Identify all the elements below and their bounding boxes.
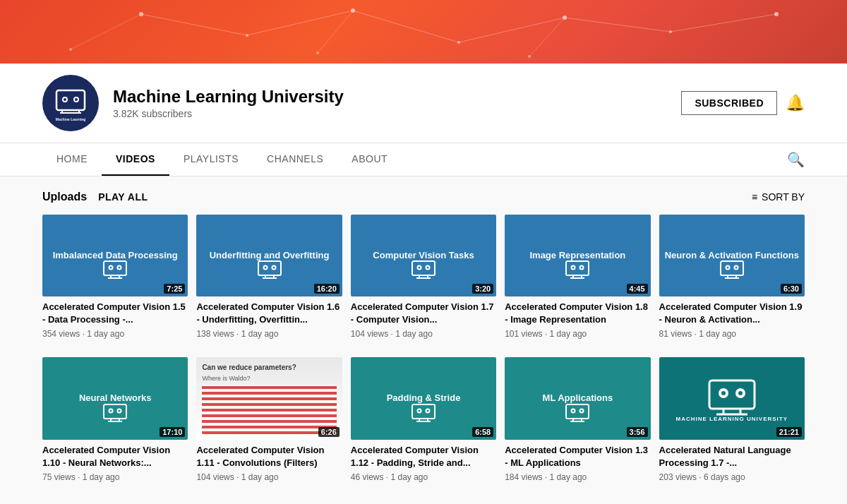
thumb-title-6: Neural Networks	[73, 387, 157, 410]
video-meta-8: Accelerated Computer Vision 1.12 - Paddi…	[351, 440, 496, 484]
thumb-title-4: Image Representation	[524, 244, 631, 268]
duration-10: 21:21	[776, 427, 802, 437]
duration-6: 17:10	[160, 427, 185, 437]
thumbnail-6: Neural Networks 17:10	[42, 357, 188, 439]
sort-by-label: SORT BY	[762, 191, 805, 203]
svg-line-18	[529, 18, 565, 56]
channel-banner	[0, 0, 847, 64]
video-stats-9: 184 views · 1 day ago	[505, 472, 650, 482]
svg-rect-19	[56, 90, 85, 110]
video-meta-6: Accelerated Computer Vision 1.10 - Neura…	[42, 440, 188, 484]
video-title-4: Accelerated Computer Vision 1.8 - Image …	[505, 301, 650, 326]
channel-actions: SUBSCRIBED 🔔	[681, 91, 805, 115]
thumb-title-5: Neuron & Activation Functions	[659, 244, 805, 268]
svg-line-16	[71, 14, 141, 49]
video-grid-row2: Neural Networks 17:10 Accelerated Comput…	[42, 357, 805, 483]
video-meta-2: Accelerated Computer Vision 1.6 - Underf…	[196, 296, 342, 340]
video-meta-4: Accelerated Computer Vision 1.8 - Image …	[505, 296, 650, 340]
svg-text:Machine Learning: Machine Learning	[56, 117, 86, 121]
play-all-button[interactable]: PLAY ALL	[98, 191, 148, 203]
video-title-6: Accelerated Computer Vision 1.10 - Neura…	[42, 444, 188, 469]
video-grid-row1: Imbalanced Data Processing 7:25 Accelera…	[42, 215, 805, 340]
video-stats-6: 75 views · 1 day ago	[42, 472, 188, 482]
video-stats-3: 104 views · 1 day ago	[351, 329, 496, 339]
video-title-9: Accelerated Computer Vision 1.3 - ML App…	[505, 444, 650, 469]
duration-1: 7:25	[164, 284, 185, 294]
video-stats-10: 203 views · 6 days ago	[659, 472, 805, 482]
nav-videos[interactable]: VIDEOS	[102, 143, 169, 176]
svg-line-13	[459, 18, 565, 42]
avatar-logo-svg: Machine Learning	[49, 82, 92, 124]
duration-2: 16:20	[314, 284, 340, 294]
video-title-7: Accelerated Computer Vision 1.11 - Convo…	[196, 444, 342, 469]
nav-bar: HOME VIDEOS PLAYLISTS CHANNELS ABOUT 🔍	[0, 143, 847, 176]
video-card-9[interactable]: ML Applications 3:56 Accelerated Compute…	[505, 357, 650, 483]
thumbnail-10: MACHINE LEARNING UNIVERSITY 21:21	[659, 357, 805, 439]
video-card-5[interactable]: Neuron & Activation Functions 6:30 Accel…	[659, 215, 805, 340]
svg-rect-91	[709, 380, 755, 409]
video-title-3: Accelerated Computer Vision 1.7 - Comput…	[351, 301, 496, 326]
video-title-5: Accelerated Computer Vision 1.9 - Neuron…	[659, 301, 805, 326]
video-card-4[interactable]: Image Representation 4:45 Accelerated Co…	[505, 215, 650, 340]
video-title-10: Accelerated Natural Language Processing …	[659, 444, 805, 469]
nav-about[interactable]: ABOUT	[337, 143, 402, 176]
video-title-2: Accelerated Computer Vision 1.6 - Underf…	[196, 301, 342, 326]
svg-point-25	[75, 98, 78, 101]
video-card-8[interactable]: Padding & Stride 6:58 Accelerated Comput…	[351, 357, 496, 483]
svg-point-95	[738, 391, 743, 395]
waldo-question: Can we reduce parameters?	[202, 363, 296, 372]
thumb-title-1: Imbalanced Data Processing	[47, 244, 184, 268]
uploads-label: Uploads	[42, 191, 87, 203]
thumb-title-8: Padding & Stride	[381, 387, 467, 410]
video-meta-9: Accelerated Computer Vision 1.3 - ML App…	[505, 440, 650, 484]
video-card-7[interactable]: Can we reduce parameters? Where is Waldo…	[196, 357, 342, 483]
video-title-8: Accelerated Computer Vision 1.12 - Paddi…	[351, 444, 496, 469]
svg-line-11	[247, 11, 353, 35]
video-stats-7: 104 views · 1 day ago	[196, 472, 342, 482]
video-meta-5: Accelerated Computer Vision 1.9 - Neuron…	[659, 296, 805, 340]
sort-by-button[interactable]: ≡ SORT BY	[752, 191, 805, 203]
channel-subscribers: 3.82K subscribers	[113, 108, 667, 119]
video-meta-3: Accelerated Computer Vision 1.7 - Comput…	[351, 296, 496, 340]
video-card-3[interactable]: Computer Vision Tasks 3:20 Accelerated C…	[351, 215, 496, 340]
mlu-text: MACHINE LEARNING UNIVERSITY	[676, 416, 788, 422]
duration-7: 6:26	[318, 427, 340, 437]
svg-line-12	[353, 11, 459, 42]
svg-point-94	[721, 391, 726, 395]
search-icon[interactable]: 🔍	[787, 151, 805, 168]
svg-line-10	[141, 14, 247, 35]
duration-4: 4:45	[627, 284, 648, 294]
nav-channels[interactable]: CHANNELS	[253, 143, 337, 176]
nav-home[interactable]: HOME	[42, 143, 102, 176]
video-card-6[interactable]: Neural Networks 17:10 Accelerated Comput…	[42, 357, 188, 483]
thumbnail-1: Imbalanced Data Processing 7:25	[42, 215, 188, 296]
content-area: Uploads PLAY ALL ≡ SORT BY Imbalanced Da…	[0, 176, 847, 504]
svg-line-15	[671, 14, 776, 32]
channel-info: Machine Learning University 3.82K subscr…	[113, 87, 667, 119]
channel-name: Machine Learning University	[113, 87, 667, 107]
video-card-2[interactable]: Underfitting and Overfitting 16:20 Accel…	[196, 215, 342, 340]
video-meta-7: Accelerated Computer Vision 1.11 - Convo…	[196, 440, 342, 484]
channel-avatar: Machine Learning	[42, 75, 99, 131]
video-stats-2: 138 views · 1 day ago	[196, 329, 342, 339]
notification-bell-icon[interactable]: 🔔	[786, 94, 805, 112]
nav-playlists[interactable]: PLAYLISTS	[169, 143, 253, 176]
video-stats-1: 354 views · 1 day ago	[42, 329, 188, 339]
uploads-left: Uploads PLAY ALL	[42, 191, 148, 203]
video-stats-5: 81 views · 1 day ago	[659, 329, 805, 339]
thumbnail-7: Can we reduce parameters? Where is Waldo…	[196, 357, 342, 439]
subscribe-button[interactable]: SUBSCRIBED	[681, 91, 777, 115]
thumbnail-2: Underfitting and Overfitting 16:20	[196, 215, 342, 296]
thumbnail-9: ML Applications 3:56	[505, 357, 650, 439]
channel-header: Machine Learning Machine Learning Univer…	[0, 64, 847, 143]
video-stats-8: 46 views · 1 day ago	[351, 472, 496, 482]
duration-5: 6:30	[781, 284, 802, 294]
duration-3: 3:20	[472, 284, 493, 294]
video-title-1: Accelerated Computer Vision 1.5 - Data P…	[42, 301, 188, 326]
waldo-subtitle: Where is Waldo?	[202, 375, 250, 382]
svg-point-24	[64, 98, 66, 101]
video-card-1[interactable]: Imbalanced Data Processing 7:25 Accelera…	[42, 215, 188, 340]
thumbnail-4: Image Representation 4:45	[505, 215, 650, 296]
video-card-10[interactable]: MACHINE LEARNING UNIVERSITY 21:21 Accele…	[659, 357, 805, 483]
thumbnail-3: Computer Vision Tasks 3:20	[351, 215, 496, 296]
